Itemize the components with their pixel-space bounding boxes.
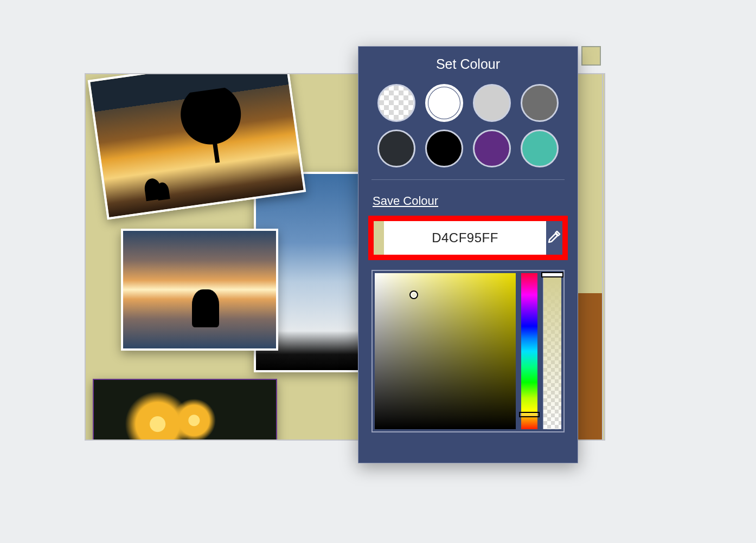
sv-handle[interactable] (409, 290, 418, 299)
save-colour-link[interactable]: Save Colour (373, 194, 438, 208)
hex-preview-swatch (374, 221, 384, 255)
eyedropper-icon (546, 229, 562, 247)
hue-handle[interactable] (519, 412, 540, 417)
collage-photo-sparkler[interactable] (93, 379, 277, 441)
saturation-value-panel[interactable] (375, 273, 516, 429)
preset-purple[interactable] (473, 130, 511, 167)
preset-light-grey[interactable] (473, 84, 511, 122)
preset-teal[interactable] (521, 130, 559, 167)
preset-white[interactable] (425, 84, 463, 122)
hex-input-row (374, 221, 562, 255)
alpha-handle[interactable] (541, 272, 563, 277)
collage-photo-dock[interactable] (121, 229, 278, 351)
preset-transparent[interactable] (377, 84, 415, 122)
set-colour-dialog: Set Colour Save Colour (358, 46, 578, 463)
hex-input[interactable] (384, 221, 546, 255)
hex-input-highlight (368, 216, 568, 260)
dialog-title: Set Colour (371, 56, 565, 72)
preset-black[interactable] (425, 130, 463, 167)
colour-picker (371, 270, 565, 432)
alpha-slider[interactable] (543, 273, 561, 429)
preset-colour-grid (371, 84, 565, 180)
eyedropper-button[interactable] (546, 221, 562, 255)
preset-grey[interactable] (521, 84, 559, 122)
current-colour-swatch[interactable] (581, 46, 601, 66)
preset-charcoal[interactable] (377, 130, 415, 167)
hue-slider[interactable] (521, 273, 537, 429)
